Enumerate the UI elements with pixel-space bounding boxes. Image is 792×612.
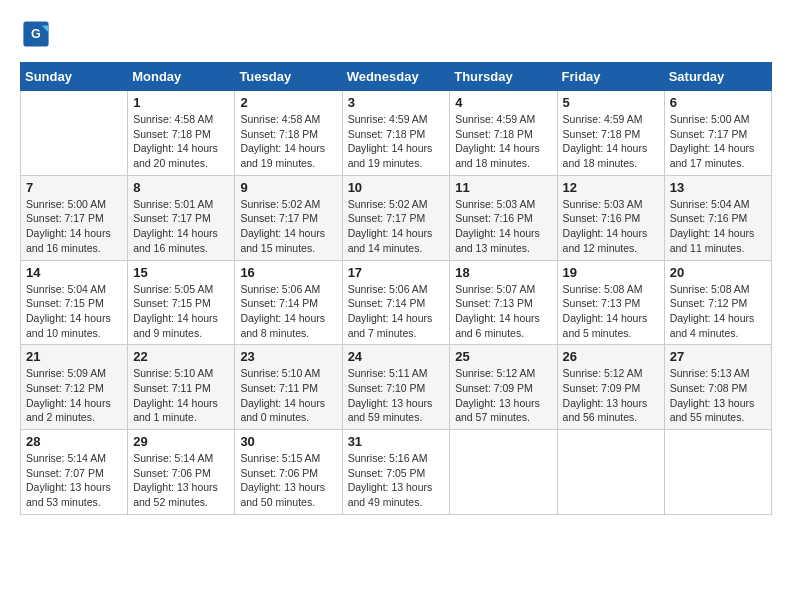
calendar-cell: 6Sunrise: 5:00 AM Sunset: 7:17 PM Daylig…	[664, 91, 771, 176]
day-info: Sunrise: 5:12 AM Sunset: 7:09 PM Dayligh…	[563, 366, 659, 425]
calendar-cell: 2Sunrise: 4:58 AM Sunset: 7:18 PM Daylig…	[235, 91, 342, 176]
calendar-cell: 31Sunrise: 5:16 AM Sunset: 7:05 PM Dayli…	[342, 430, 450, 515]
day-info: Sunrise: 4:59 AM Sunset: 7:18 PM Dayligh…	[563, 112, 659, 171]
day-info: Sunrise: 5:05 AM Sunset: 7:15 PM Dayligh…	[133, 282, 229, 341]
day-number: 19	[563, 265, 659, 280]
header-tuesday: Tuesday	[235, 63, 342, 91]
calendar-cell: 22Sunrise: 5:10 AM Sunset: 7:11 PM Dayli…	[128, 345, 235, 430]
calendar-cell: 11Sunrise: 5:03 AM Sunset: 7:16 PM Dayli…	[450, 175, 557, 260]
day-number: 17	[348, 265, 445, 280]
calendar-cell	[21, 91, 128, 176]
day-info: Sunrise: 5:00 AM Sunset: 7:17 PM Dayligh…	[670, 112, 766, 171]
day-number: 1	[133, 95, 229, 110]
logo: G	[20, 20, 52, 52]
day-number: 6	[670, 95, 766, 110]
calendar-cell	[557, 430, 664, 515]
day-number: 24	[348, 349, 445, 364]
day-number: 29	[133, 434, 229, 449]
day-number: 5	[563, 95, 659, 110]
calendar-cell: 23Sunrise: 5:10 AM Sunset: 7:11 PM Dayli…	[235, 345, 342, 430]
day-number: 11	[455, 180, 551, 195]
header-thursday: Thursday	[450, 63, 557, 91]
calendar-cell: 15Sunrise: 5:05 AM Sunset: 7:15 PM Dayli…	[128, 260, 235, 345]
day-number: 3	[348, 95, 445, 110]
day-info: Sunrise: 5:02 AM Sunset: 7:17 PM Dayligh…	[348, 197, 445, 256]
calendar-week-row: 28Sunrise: 5:14 AM Sunset: 7:07 PM Dayli…	[21, 430, 772, 515]
day-info: Sunrise: 5:00 AM Sunset: 7:17 PM Dayligh…	[26, 197, 122, 256]
calendar-week-row: 1Sunrise: 4:58 AM Sunset: 7:18 PM Daylig…	[21, 91, 772, 176]
day-number: 20	[670, 265, 766, 280]
day-number: 10	[348, 180, 445, 195]
day-number: 22	[133, 349, 229, 364]
day-number: 16	[240, 265, 336, 280]
day-info: Sunrise: 5:09 AM Sunset: 7:12 PM Dayligh…	[26, 366, 122, 425]
day-number: 28	[26, 434, 122, 449]
day-number: 31	[348, 434, 445, 449]
day-number: 4	[455, 95, 551, 110]
calendar-cell	[664, 430, 771, 515]
day-number: 2	[240, 95, 336, 110]
day-info: Sunrise: 5:04 AM Sunset: 7:15 PM Dayligh…	[26, 282, 122, 341]
day-number: 25	[455, 349, 551, 364]
calendar-cell: 21Sunrise: 5:09 AM Sunset: 7:12 PM Dayli…	[21, 345, 128, 430]
calendar-cell	[450, 430, 557, 515]
calendar-cell: 29Sunrise: 5:14 AM Sunset: 7:06 PM Dayli…	[128, 430, 235, 515]
day-info: Sunrise: 5:08 AM Sunset: 7:12 PM Dayligh…	[670, 282, 766, 341]
calendar-week-row: 21Sunrise: 5:09 AM Sunset: 7:12 PM Dayli…	[21, 345, 772, 430]
day-info: Sunrise: 5:10 AM Sunset: 7:11 PM Dayligh…	[240, 366, 336, 425]
calendar-cell: 5Sunrise: 4:59 AM Sunset: 7:18 PM Daylig…	[557, 91, 664, 176]
day-info: Sunrise: 5:07 AM Sunset: 7:13 PM Dayligh…	[455, 282, 551, 341]
day-number: 23	[240, 349, 336, 364]
day-number: 7	[26, 180, 122, 195]
day-number: 13	[670, 180, 766, 195]
day-number: 21	[26, 349, 122, 364]
calendar-header-row: SundayMondayTuesdayWednesdayThursdayFrid…	[21, 63, 772, 91]
header-friday: Friday	[557, 63, 664, 91]
calendar-cell: 13Sunrise: 5:04 AM Sunset: 7:16 PM Dayli…	[664, 175, 771, 260]
header-wednesday: Wednesday	[342, 63, 450, 91]
day-info: Sunrise: 5:01 AM Sunset: 7:17 PM Dayligh…	[133, 197, 229, 256]
day-info: Sunrise: 4:58 AM Sunset: 7:18 PM Dayligh…	[240, 112, 336, 171]
calendar-cell: 18Sunrise: 5:07 AM Sunset: 7:13 PM Dayli…	[450, 260, 557, 345]
day-info: Sunrise: 5:13 AM Sunset: 7:08 PM Dayligh…	[670, 366, 766, 425]
calendar-cell: 17Sunrise: 5:06 AM Sunset: 7:14 PM Dayli…	[342, 260, 450, 345]
page-header: G	[20, 20, 772, 52]
calendar-cell: 12Sunrise: 5:03 AM Sunset: 7:16 PM Dayli…	[557, 175, 664, 260]
day-info: Sunrise: 4:59 AM Sunset: 7:18 PM Dayligh…	[348, 112, 445, 171]
day-number: 30	[240, 434, 336, 449]
day-number: 26	[563, 349, 659, 364]
calendar-cell: 27Sunrise: 5:13 AM Sunset: 7:08 PM Dayli…	[664, 345, 771, 430]
day-number: 12	[563, 180, 659, 195]
svg-text:G: G	[31, 27, 41, 41]
day-info: Sunrise: 5:03 AM Sunset: 7:16 PM Dayligh…	[455, 197, 551, 256]
calendar-cell: 10Sunrise: 5:02 AM Sunset: 7:17 PM Dayli…	[342, 175, 450, 260]
day-info: Sunrise: 5:06 AM Sunset: 7:14 PM Dayligh…	[240, 282, 336, 341]
day-info: Sunrise: 5:08 AM Sunset: 7:13 PM Dayligh…	[563, 282, 659, 341]
calendar-cell: 24Sunrise: 5:11 AM Sunset: 7:10 PM Dayli…	[342, 345, 450, 430]
calendar-cell: 16Sunrise: 5:06 AM Sunset: 7:14 PM Dayli…	[235, 260, 342, 345]
calendar-cell: 20Sunrise: 5:08 AM Sunset: 7:12 PM Dayli…	[664, 260, 771, 345]
day-info: Sunrise: 5:14 AM Sunset: 7:06 PM Dayligh…	[133, 451, 229, 510]
calendar-cell: 25Sunrise: 5:12 AM Sunset: 7:09 PM Dayli…	[450, 345, 557, 430]
day-number: 9	[240, 180, 336, 195]
header-sunday: Sunday	[21, 63, 128, 91]
day-info: Sunrise: 5:11 AM Sunset: 7:10 PM Dayligh…	[348, 366, 445, 425]
calendar-cell: 30Sunrise: 5:15 AM Sunset: 7:06 PM Dayli…	[235, 430, 342, 515]
calendar-cell: 14Sunrise: 5:04 AM Sunset: 7:15 PM Dayli…	[21, 260, 128, 345]
day-number: 15	[133, 265, 229, 280]
logo-icon: G	[22, 20, 50, 48]
day-info: Sunrise: 4:58 AM Sunset: 7:18 PM Dayligh…	[133, 112, 229, 171]
day-info: Sunrise: 5:06 AM Sunset: 7:14 PM Dayligh…	[348, 282, 445, 341]
day-info: Sunrise: 5:15 AM Sunset: 7:06 PM Dayligh…	[240, 451, 336, 510]
day-info: Sunrise: 5:16 AM Sunset: 7:05 PM Dayligh…	[348, 451, 445, 510]
header-saturday: Saturday	[664, 63, 771, 91]
day-info: Sunrise: 5:12 AM Sunset: 7:09 PM Dayligh…	[455, 366, 551, 425]
day-number: 27	[670, 349, 766, 364]
calendar-week-row: 7Sunrise: 5:00 AM Sunset: 7:17 PM Daylig…	[21, 175, 772, 260]
calendar-cell: 28Sunrise: 5:14 AM Sunset: 7:07 PM Dayli…	[21, 430, 128, 515]
day-info: Sunrise: 5:04 AM Sunset: 7:16 PM Dayligh…	[670, 197, 766, 256]
day-number: 18	[455, 265, 551, 280]
calendar-table: SundayMondayTuesdayWednesdayThursdayFrid…	[20, 62, 772, 515]
day-number: 8	[133, 180, 229, 195]
day-info: Sunrise: 5:10 AM Sunset: 7:11 PM Dayligh…	[133, 366, 229, 425]
